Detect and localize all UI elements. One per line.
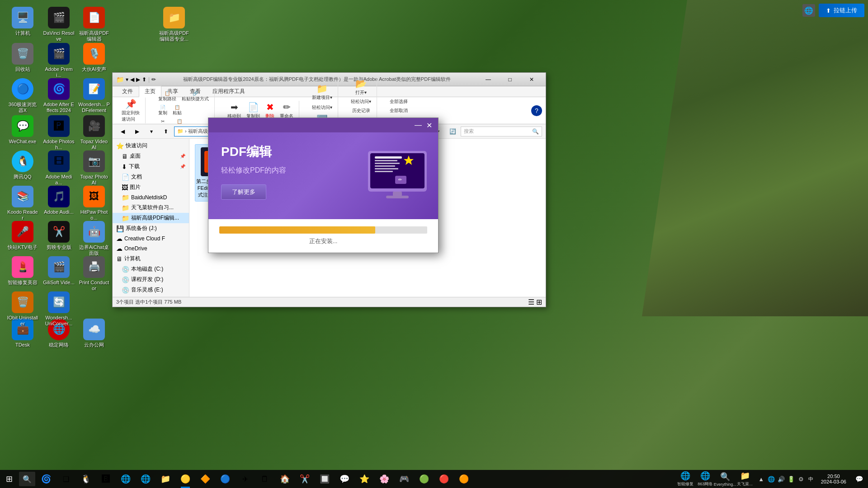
desktop-icon-koodo[interactable]: 📚 Koodo Reader — [5, 183, 41, 223]
taskbar-app14[interactable]: ⭐ — [354, 470, 374, 488]
desktop-icon-ps[interactable]: 🅿 Adobe Photosh... — [41, 113, 77, 153]
desktop-icon-gilisoft[interactable]: 🎬 GiliSoft Vide... — [41, 254, 77, 288]
sidebar-downloads[interactable]: ⬇ 下载 📌 — [113, 161, 189, 172]
refresh-btn[interactable]: 🔄 — [446, 126, 459, 137]
systray-arrow[interactable]: ▲ — [757, 470, 766, 488]
taskbar-cortana[interactable]: 🌀 — [36, 470, 56, 488]
open-btn[interactable]: 📂 打开▾ — [349, 77, 373, 97]
taskbar-app6[interactable]: 🔶 — [195, 470, 215, 488]
sidebar-docs[interactable]: 📄 文档 — [113, 172, 189, 182]
desktop-icon-ktv[interactable]: 🎤 快站KTV电子 — [5, 219, 41, 253]
taskbar-app16[interactable]: 🎮 — [394, 470, 414, 488]
pin-to-quick[interactable]: 📌 固定到快速访问 — [120, 98, 142, 123]
systray-vol[interactable]: 🔊 — [777, 470, 786, 488]
paste-shortcut-btn[interactable]: 🔗 粘贴快捷方式 — [180, 90, 211, 103]
desktop-icon-wondershare[interactable]: 📝 Wondersh... PDFelement — [76, 76, 112, 116]
taskbar-right-app4[interactable]: 📁 天飞菜... — [735, 470, 755, 488]
sidebar-tianfei[interactable]: 📁 天飞菜软件自习... — [113, 202, 189, 213]
taskbar-app8[interactable]: ✈ — [235, 470, 255, 488]
search-box[interactable]: 搜索 🔍 — [461, 127, 542, 136]
desktop-icon-zhipu[interactable]: 💄 智能修复美容 — [5, 254, 41, 288]
history-btn[interactable]: 历史记录 — [349, 107, 373, 115]
desktop-icon-foxit2[interactable]: 📁 福昕高级PDF编辑器专业... — [156, 5, 192, 44]
systray-net[interactable]: 🌐 — [767, 470, 776, 488]
paste-btn[interactable]: 📋 粘贴 — [171, 104, 184, 117]
desktop-icon-media[interactable]: 🎞 Adobe Media... — [41, 148, 77, 188]
sidebar-disk-d[interactable]: 💿 课程开发 (D:) — [113, 274, 189, 285]
sidebar-computer[interactable]: 🖥 计算机 — [113, 253, 189, 264]
desktop-icon-cloud[interactable]: ☁️ 云办公网 — [76, 316, 112, 350]
sidebar-quick-access[interactable]: ⭐ 快速访问 — [113, 141, 189, 151]
upload-button[interactable]: ⬆ 拉链上传 — [819, 4, 864, 17]
learn-more-button[interactable]: 了解更多 — [221, 184, 266, 200]
taskbar-app4[interactable]: 🌐 — [136, 470, 156, 488]
desktop-icon-topaz-video[interactable]: 🎥 Topaz Video AI — [76, 113, 112, 153]
taskbar-app15[interactable]: 🌸 — [374, 470, 394, 488]
sidebar-desktop[interactable]: 🖥 桌面 📌 — [113, 151, 189, 161]
nav-up[interactable]: ⬆ — [160, 126, 172, 137]
view-list-btn[interactable]: ☰ — [528, 298, 534, 306]
sidebar-disk-c[interactable]: 💿 本地磁盘 (C:) — [113, 264, 189, 274]
start-button[interactable]: ⊞ — [0, 470, 18, 488]
systray-icon1[interactable]: ⚙ — [797, 470, 806, 488]
notification-button[interactable]: 💬 — [850, 470, 868, 488]
desktop-icon-topaz-photo[interactable]: 📷 Topaz Photo AI — [76, 148, 112, 188]
taskbar-right-app2[interactable]: 🌐 863网络 — [695, 470, 715, 488]
copy-btn[interactable]: 📄 复制 — [156, 104, 169, 117]
desktop-icon-360[interactable]: 🔵 360极速浏览器X — [5, 76, 41, 116]
taskbar-app19[interactable]: 🟠 — [454, 470, 474, 488]
taskbar-search[interactable]: 🔍 — [19, 472, 35, 486]
taskbar-fileexplorer[interactable]: 📁 — [156, 470, 175, 488]
taskbar-app9[interactable]: 🗒 — [255, 470, 275, 488]
desktop-icon-qq[interactable]: 🐧 腾讯QQ — [5, 148, 41, 182]
minimize-button[interactable]: — — [478, 75, 499, 84]
nav-forward[interactable]: ▶ — [131, 126, 143, 137]
sidebar-creative-cloud[interactable]: ☁ Creative Cloud F — [113, 234, 189, 244]
taskbar-browser1[interactable]: 🐧 — [76, 470, 96, 488]
taskbar-app11[interactable]: ✂️ — [295, 470, 315, 488]
view-grid-btn[interactable]: ⊞ — [536, 298, 542, 306]
sidebar-disk-e[interactable]: 💿 音乐灵感 (E:) — [113, 285, 189, 295]
sidebar-baidu[interactable]: 📁 BaiduNetdiskD — [113, 192, 189, 202]
systray-ime[interactable]: 中 — [807, 470, 816, 488]
taskbar-app12[interactable]: 🔲 — [315, 470, 335, 488]
desktop-icon-daai[interactable]: 🎙️ 大伙AI变声 — [76, 41, 112, 75]
desktop-icon-davinci[interactable]: 🎬 DaVinci Resolve — [41, 5, 77, 44]
desktop-icon-wechat[interactable]: 💬 WeChat.exe — [5, 113, 41, 147]
system-clock[interactable]: 20:50 2024-03-06 — [817, 470, 850, 488]
systray-battery[interactable]: 🔋 — [787, 470, 796, 488]
easyaccess-btn[interactable]: 轻松访问▾ — [349, 98, 373, 106]
taskbar-app13[interactable]: 💬 — [335, 470, 354, 488]
dialog-minimize-btn[interactable]: — — [413, 120, 424, 131]
new-folder-btn[interactable]: 📁 新建项目▾ — [310, 82, 334, 102]
desktop-icon-wonderconv[interactable]: 🔄 Wondersh... UniConver... — [41, 289, 77, 329]
sidebar-pics[interactable]: 🖼 图片 — [113, 182, 189, 192]
new-file-btn[interactable]: 轻松访问▾ — [310, 103, 334, 112]
select-none-btn[interactable]: 全部取消 — [388, 107, 410, 115]
nav-back[interactable]: ◀ — [116, 126, 129, 137]
desktop-icon-jianying[interactable]: ✂️ 剪映专业版 — [41, 219, 77, 253]
sidebar-backup[interactable]: 💾 系统备份 (J:) — [113, 223, 189, 234]
taskbar-right-app1[interactable]: 🌐 智能修复 — [675, 470, 695, 488]
taskbar-app5[interactable]: 🟡 — [175, 470, 195, 488]
desktop-icon-au[interactable]: 🎵 Adobe Audi... — [41, 183, 77, 217]
desktop-icon-pr[interactable]: 🎬 Adobe Premi... — [41, 41, 77, 80]
taskbar-task-view[interactable]: ❑ — [56, 470, 76, 488]
sidebar-foxit-folder[interactable]: 📁 福昕高级PDF编辑... — [113, 213, 189, 223]
sidebar-onedrive[interactable]: ☁ OneDrive — [113, 244, 189, 253]
taskbar-app18[interactable]: 🔴 — [434, 470, 454, 488]
copy-path-btn[interactable]: 📋 复制路径 — [156, 90, 178, 103]
nav-recent[interactable]: ▾ — [145, 126, 158, 137]
close-button[interactable]: ✕ — [521, 75, 542, 84]
taskbar-right-app3[interactable]: 🔍 Everything... — [715, 470, 735, 488]
desktop-icon-hitpaw[interactable]: 🖼 HitPaw Photo... — [76, 183, 112, 223]
taskbar-app7[interactable]: 🔵 — [215, 470, 235, 488]
maximize-button[interactable]: □ — [500, 75, 520, 84]
desktop-icon-ae[interactable]: 🌀 Adobe After Effects 2024 — [41, 76, 77, 116]
taskbar-app3[interactable]: 🌐 — [116, 470, 136, 488]
taskbar-app17[interactable]: 🟢 — [414, 470, 434, 488]
desktop-icon-iobit[interactable]: 🗑️ IObit Uninstaller — [5, 289, 41, 329]
desktop-icon-recycle[interactable]: 🗑️ 回收站 — [5, 41, 41, 75]
desktop-icon-calculator[interactable]: 🖥️ 计算机 — [5, 5, 41, 38]
help-button[interactable]: ? — [531, 105, 542, 116]
